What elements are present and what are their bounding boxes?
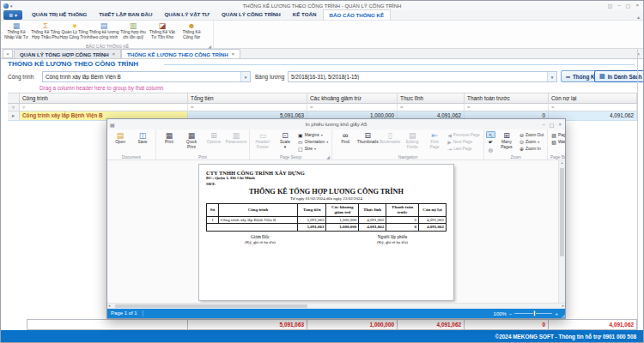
chevron-down-icon[interactable]: ▾ bbox=[547, 72, 556, 81]
scale-button[interactable]: ⊡Scale▾ bbox=[274, 130, 296, 153]
many-pages-button[interactable]: ⊞ManyPages bbox=[495, 130, 518, 153]
tab-close-icon[interactable]: × bbox=[112, 50, 115, 59]
toolbar-button-label: Thumbnails bbox=[357, 140, 379, 145]
scroll-right-icon[interactable]: ▸ bbox=[562, 304, 564, 308]
scrollbar-thumb[interactable] bbox=[115, 304, 307, 308]
tong-hop-thu-chi-ton-quy-icon: ▥ bbox=[130, 21, 137, 30]
column-header-thanh-toan-truoc[interactable]: Thanh toán trước bbox=[465, 93, 549, 104]
page-color-button[interactable]: ▨Page Color▾ bbox=[550, 131, 565, 139]
zoom-minus-icon[interactable]: − bbox=[509, 311, 513, 316]
orientation-button[interactable]: ▭Orientation▾ bbox=[296, 138, 330, 145]
dialog-maximize-icon[interactable]: ▢ bbox=[550, 122, 555, 128]
toolbar-button-label: Header/Footer bbox=[255, 140, 270, 150]
toolbar-group-label: Page Background bbox=[548, 155, 565, 159]
close-icon[interactable]: × bbox=[635, 3, 639, 9]
company-name: CTY TNHH CÔNG TRÌNH XÂY DỰNG bbox=[206, 170, 447, 176]
summary-cell-tong-tien: 5,091,063 bbox=[188, 319, 307, 330]
ribbon-tab-ke-toan[interactable]: KẾ TOÁN bbox=[287, 9, 323, 20]
preview-horizontal-scrollbar[interactable]: ◂ ▸ bbox=[107, 303, 565, 309]
maximize-icon[interactable]: ▢ bbox=[626, 3, 631, 9]
zoom-slider[interactable] bbox=[514, 313, 552, 314]
column-header-cac-khoang-giam-tru[interactable]: Các khoảng giảm trừ bbox=[307, 93, 398, 104]
ribbon-tab-thiet-lap-ban-dau[interactable]: THIẾT LẬP BAN ĐẦU bbox=[93, 9, 158, 20]
hand-tool-button[interactable]: ☛ bbox=[486, 139, 495, 146]
thong-ke-tong-hop-thau-phu-button[interactable]: ΣThống Kê TổngHợp Thầu Phụ bbox=[31, 21, 60, 42]
tab-close-icon[interactable]: × bbox=[232, 50, 234, 59]
column-header-cong-trinh[interactable]: Công trình bbox=[20, 93, 188, 104]
filter-cell-con-no-lai[interactable]: = bbox=[549, 104, 637, 111]
tab-bar-close-icon[interactable]: × bbox=[3, 49, 13, 58]
filter-cell-cong-trinh[interactable]: ▿ bbox=[20, 104, 188, 111]
zoom-in-button[interactable]: ⊕Zoom In bbox=[518, 146, 545, 153]
filter-cell-tong-tien[interactable]: = bbox=[188, 104, 307, 111]
thong-ke-vat-tu-ton-kho-button[interactable]: ◪Thống Kê VậtTư Tồn Kho bbox=[148, 21, 177, 42]
pointer-tool-button[interactable]: ↖ bbox=[486, 131, 495, 138]
report-total-cell: 4,091,062 bbox=[359, 224, 386, 232]
ribbon-tab-quan-ly-vat-tu[interactable]: QUẢN LÝ VẬT TƯ bbox=[158, 9, 216, 20]
doc-tab-quan-ly-tong-hop-cong-trinh[interactable]: QUẢN LÝ TỔNG HỢP CÔNG TRÌNH× bbox=[14, 49, 121, 58]
thong-ke-cong-no-button[interactable]: ☻Thống KêCông Nợ bbox=[177, 21, 206, 42]
app-menu-caret-icon[interactable]: ▾ bbox=[10, 3, 13, 9]
company-phone: SĐT: bbox=[206, 182, 447, 188]
doc-tab-thong-ke-luong-theo-cong-trinh[interactable]: THỐNG KÊ LƯƠNG THEO CÔNG TRÌNH× bbox=[121, 49, 240, 58]
column-header-tong-tien[interactable]: Tổng tiền bbox=[188, 93, 307, 104]
column-header-con-no-lai[interactable]: Còn nợ lại bbox=[549, 93, 637, 104]
cong-trinh-combo[interactable]: Công trình xây lắp Bệnh Viện B ▾ bbox=[42, 71, 251, 82]
save-button[interactable]: ◫Save bbox=[131, 130, 154, 153]
group-launcher-icon[interactable]: ◢ bbox=[326, 154, 330, 159]
find-button[interactable]: ∞Find bbox=[334, 130, 356, 153]
ribbon-group-bao-cao-thong-ke: ▦Thống KêNhập Vật TưΣThống Kê TổngHợp Th… bbox=[2, 21, 214, 49]
tong-hop-thu-chi-ton-quy-button[interactable]: ▥Tổng hợp thuchi tồn quỹ bbox=[118, 21, 148, 42]
toolbar-button-label: ManyPages bbox=[501, 140, 513, 150]
page-indicator: Page 1 of 1 bbox=[107, 310, 143, 316]
dialog-close-icon[interactable]: × bbox=[558, 122, 562, 128]
toolbar-group-navigation: ∞Find⊟Thumbnails▯Bookmarks▤EditingFields… bbox=[332, 129, 484, 159]
toolbar-group-label: Document bbox=[107, 155, 155, 159]
signature-right: Người lập phiếu (Ký, ghi rõ họ tên) bbox=[338, 234, 447, 246]
quick-print-button[interactable]: ▦QuickPrint bbox=[180, 130, 203, 153]
filter-cell-cac-khoang-giam-tru[interactable]: = bbox=[307, 104, 398, 111]
dialog-minimize-icon[interactable]: – bbox=[542, 122, 544, 128]
zoom-plus-icon[interactable]: + bbox=[555, 311, 558, 316]
ribbon-tab-bao-cao-thong-ke[interactable]: BÁO CÁO THỐNG KÊ bbox=[323, 9, 392, 20]
zoom-slider-thumb[interactable] bbox=[533, 310, 536, 316]
filter-cell-thuc-linh[interactable]: = bbox=[398, 104, 465, 111]
scroll-up-icon[interactable]: ▴ bbox=[561, 160, 562, 165]
toolbar-item-label: Zoom bbox=[526, 140, 536, 144]
filter-cell-thanh-toan-truoc[interactable]: = bbox=[465, 104, 549, 111]
header-footer-button: ▭Header/Footer bbox=[252, 130, 274, 153]
first-page-icon: ⇤ bbox=[431, 131, 438, 140]
margins-button[interactable]: ▣Margins▾ bbox=[296, 131, 330, 138]
open-button[interactable]: ▤Open bbox=[109, 130, 131, 153]
ribbon-tab-quan-tri-he-thong[interactable]: QUẢN TRỊ HỆ THỐNG bbox=[26, 9, 93, 20]
scroll-left-icon[interactable]: ◂ bbox=[108, 304, 110, 308]
window-style-icon[interactable]: ◫ bbox=[608, 3, 613, 9]
window-title: THỐNG KÊ LƯƠNG THEO CÔNG TRÌNH - QUẢN LÝ… bbox=[1, 3, 643, 9]
zoom-out-button[interactable]: ⊖Zoom Out bbox=[518, 131, 545, 138]
thumbnails-button[interactable]: ⊟Thumbnails bbox=[356, 130, 379, 153]
quan-ly-tong-hop-cong-trinh-button[interactable]: ●Quản Lý TổngHợp Công Trình bbox=[60, 21, 89, 42]
size-button[interactable]: ▢Size▾ bbox=[296, 146, 330, 153]
scrollbar-thumb[interactable] bbox=[560, 168, 564, 256]
thong-ke-nhap-vat-tu-button[interactable]: ▦Thống KêNhập Vật Tư bbox=[2, 21, 31, 42]
magnifier-tool-button[interactable]: ◎ bbox=[486, 147, 495, 153]
chevron-down-icon[interactable]: ▾ bbox=[240, 72, 250, 81]
minimize-icon[interactable]: – bbox=[617, 3, 620, 9]
bang-luong-combo[interactable]: 5/2018(16-31), 5/2018(1-15) ▾ bbox=[288, 71, 557, 82]
zoom-icon: ⊙ bbox=[519, 139, 524, 145]
watermark-button[interactable]: ▧Watermark bbox=[550, 139, 565, 147]
app-icon[interactable] bbox=[3, 3, 9, 9]
ribbon-tab-quan-ly-cong-trinh[interactable]: QUẢN LÝ CÔNG TRÌNH bbox=[216, 9, 287, 20]
print-button[interactable]: ▦Print bbox=[158, 130, 180, 153]
ribbon: ▦Thống KêNhập Vật TưΣThống Kê TổngHợp Th… bbox=[1, 21, 643, 49]
many-pages-icon: ⊞ bbox=[503, 131, 510, 140]
app-menu-button[interactable]: ≣ ▾ bbox=[3, 10, 22, 20]
column-header-thuc-linh[interactable]: Thực lĩnh bbox=[398, 93, 465, 104]
resize-grip-icon[interactable]: ◢ bbox=[561, 312, 565, 318]
report-total-row: 5,091,0631,000,0004,091,06204,091,062 bbox=[207, 224, 447, 232]
thong-ke-luong-theo-cong-trinh-button[interactable]: ▤Thống kê lươngtheo công trình bbox=[89, 21, 118, 42]
preview-vertical-scrollbar[interactable]: ▴ bbox=[558, 160, 565, 303]
ribbon-collapse-icon[interactable]: ▴ bbox=[637, 14, 643, 20]
toolbar-tool-stack: ↖☛◎ bbox=[486, 130, 495, 153]
zoom-button[interactable]: ⊙Zoom▾ bbox=[518, 138, 545, 145]
